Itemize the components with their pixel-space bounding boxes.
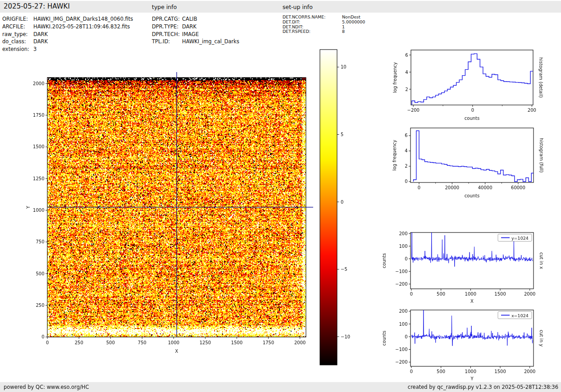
info-row-raw-type: raw_type:DARK (2, 31, 133, 38)
type-info-block: DPR.CATG:CALIB DPR.TYPE:DARK DPR.TECH:IM… (152, 15, 239, 46)
x-tick-label: 0 (410, 292, 413, 296)
x-tick-label: 1500 (494, 292, 506, 296)
info-value: HAWKI.2025-05-28T11:09:46.832.fits (33, 23, 130, 30)
plot-frame (411, 50, 533, 105)
colorbar-gradient (320, 50, 337, 365)
y-tick-label: 250 (36, 303, 44, 308)
x-tick-label: 1500 (231, 340, 242, 345)
y-tick-label: 0 (41, 334, 44, 339)
x-tick-label: 1000 (465, 292, 476, 296)
info-label: DPR.TECH: (152, 31, 182, 38)
y-tick-label: 200 (399, 309, 407, 314)
y-tick-label: 6 (405, 53, 408, 58)
info-value: NonDest (342, 14, 360, 19)
y-axis-label: log frequency (392, 62, 397, 93)
info-value: IMAGE (182, 31, 199, 37)
histogram-line (412, 54, 534, 106)
x-tick-label: 0 (418, 185, 420, 190)
info-value: DARK (33, 38, 48, 45)
y-tick-label: 6 (405, 133, 407, 138)
x-tick-label: 500 (437, 292, 445, 296)
info-label: ARCFILE: (2, 23, 33, 31)
info-label: DET.RSPEED: (283, 29, 342, 34)
section-title-setup-info: set-up info (283, 4, 313, 10)
y-tick-label: −100 (395, 347, 407, 352)
y-tick-label: 2 (405, 87, 408, 92)
y-tick-label: 0 (405, 334, 407, 339)
dark-frame-image (47, 77, 306, 337)
x-axis-label: X (175, 349, 178, 354)
info-label: ORIGFILE: (2, 15, 33, 23)
y-tick-label: 2 (405, 164, 407, 169)
x-tick-label: 750 (138, 340, 146, 345)
section-title-type-info: type info (152, 4, 177, 10)
cut-line (411, 310, 533, 346)
header-bar: 2025-05-27: HAWKI type info set-up info (0, 1, 561, 13)
y-tick-label: 4 (405, 70, 408, 75)
x-tick-label: 500 (437, 369, 445, 374)
info-row-dpr-tech: DPR.TECH:IMAGE (152, 31, 239, 38)
x-tick-label: −200 (407, 108, 420, 113)
y-tick-label: −200 (395, 282, 407, 287)
y-axis-label: Y (26, 205, 31, 209)
plot-frame (410, 128, 534, 182)
x-tick-label: 1750 (263, 340, 274, 345)
info-label: extension: (2, 46, 33, 53)
y-axis-label: counts (382, 331, 387, 346)
setup-info-block: DET.NCORRS.NAME:NonDest DET.DIT:5.000000… (283, 15, 365, 34)
y-tick-label: 0 (405, 256, 407, 261)
footer-bar: powered by QC: www.eso.org/HC created by… (0, 382, 561, 392)
info-value: CALIB (182, 16, 197, 22)
info-row-dit: DET.DIT:5.0000000 (283, 20, 365, 25)
info-row-rspeed: DET.RSPEED:8 (283, 29, 365, 34)
x-tick-label: 500 (106, 340, 115, 345)
info-value: 8 (342, 29, 345, 34)
info-row-dpr-catg: DPR.CATG:CALIB (152, 15, 239, 23)
info-label: DPR.CATG: (152, 15, 182, 23)
y-tick-label: 1500 (33, 144, 44, 149)
info-row-arcfile: ARCFILE:HAWKI.2025-05-28T11:09:46.832.fi… (2, 23, 133, 31)
info-value: DARK (182, 23, 196, 30)
x-tick-label: 1000 (465, 369, 476, 374)
right-axis-label: histogram (detail) (538, 57, 543, 98)
right-axis-label: cut in x (539, 252, 544, 269)
info-value: 1 (342, 24, 345, 29)
y-tick-label: 1750 (33, 113, 44, 118)
x-tick-label: 1500 (494, 369, 506, 374)
x-tick-label: 2000 (294, 340, 306, 345)
info-row-tpl-id: TPL.ID:HAWKI_img_cal_Darks (152, 38, 239, 46)
x-tick-label: 0 (46, 340, 49, 345)
plot-frame (410, 310, 534, 366)
y-tick-label: 200 (399, 231, 407, 236)
footer-left-text: powered by QC: www.eso.org/HC (4, 384, 89, 390)
info-row-extension: extension:3 (2, 46, 133, 53)
plot-frame (410, 232, 534, 289)
x-tick-label: 20000 (445, 185, 459, 190)
x-tick-label: 60000 (511, 185, 525, 190)
legend-box (498, 312, 532, 319)
colorbar-tick-label: 0 (341, 200, 343, 205)
colorbar-tick-label: 10 (341, 64, 347, 69)
x-tick-label: 40000 (478, 185, 493, 190)
x-tick-label: 0 (410, 369, 413, 374)
info-row-origfile: ORIGFILE:HAWKI_IMG_DARK_Darks148_0060.fi… (2, 15, 133, 23)
legend-label: x=1024 (511, 313, 529, 318)
x-axis-label: counts (465, 116, 479, 121)
file-info-block: ORIGFILE:HAWKI_IMG_DARK_Darks148_0060.fi… (2, 15, 133, 53)
colorbar-tick-label: −10 (341, 334, 350, 339)
info-label: TPL.ID: (152, 38, 182, 46)
y-tick-label: 500 (36, 271, 44, 276)
x-tick-label: 2000 (524, 369, 535, 374)
y-tick-label: 0 (405, 179, 407, 184)
footer-right-text: created by qc_rawdisp.py v1.2.3 on 2025-… (408, 384, 558, 390)
x-axis-label: X (470, 299, 474, 304)
legend-box (498, 234, 532, 242)
histogram-line (414, 131, 534, 182)
y-axis-label: counts (382, 253, 387, 268)
info-label: DET.DIT: (283, 20, 342, 25)
colorbar-tick-label: −5 (341, 267, 347, 272)
y-tick-label: 1000 (33, 208, 44, 213)
x-tick-label: 2000 (524, 292, 535, 296)
x-tick-label: 1250 (200, 340, 211, 345)
x-tick-label: 1000 (168, 340, 179, 345)
